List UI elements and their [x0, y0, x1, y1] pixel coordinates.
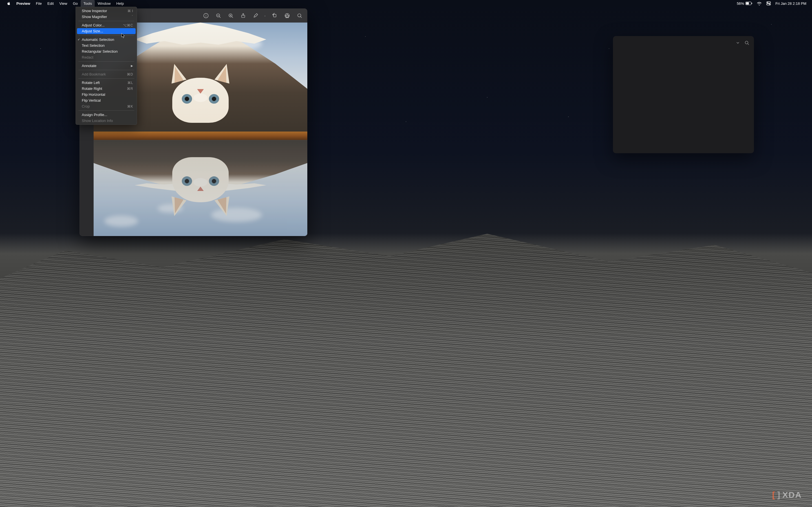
svg-point-23 — [769, 4, 770, 5]
menu-item-label: Crop — [82, 104, 90, 108]
svg-line-9 — [232, 16, 233, 17]
menu-item-show-location-info: Show Location Info — [75, 118, 137, 124]
keyboard-shortcut-label: ⌥⌘C — [123, 23, 133, 27]
bracket-icon: [ — [772, 490, 776, 500]
control-center-icon[interactable] — [764, 0, 773, 7]
svg-point-21 — [767, 2, 768, 3]
menu-tools[interactable]: Tools — [81, 0, 95, 7]
battery-icon — [746, 2, 752, 5]
menu-item-label: Show Inspector — [82, 9, 107, 13]
svg-line-16 — [300, 16, 301, 17]
keyboard-shortcut-label: ` — [132, 15, 133, 19]
menu-separator — [79, 70, 134, 70]
menu-item-flip-vertical[interactable]: Flip Vertical — [75, 98, 137, 103]
menu-item-label: Flip Vertical — [82, 98, 101, 103]
app-menu-preview[interactable]: Preview — [13, 0, 33, 7]
menu-item-show-magnifier[interactable]: Show Magnifier` — [75, 14, 137, 20]
datetime-label[interactable]: Fri Jan 28 2:18 PM — [773, 0, 809, 7]
menu-item-label: Rectangular Selection — [82, 49, 117, 54]
rotate-icon[interactable] — [270, 11, 279, 19]
menu-item-rectangular-selection[interactable]: Rectangular Selection — [75, 48, 137, 54]
menu-item-redact: Redact — [75, 54, 137, 60]
keyboard-shortcut-label: ⌘ I — [128, 9, 133, 13]
apple-menu[interactable] — [4, 0, 13, 7]
menu-separator — [79, 35, 134, 36]
chevron-down-icon[interactable] — [735, 40, 741, 45]
menu-separator — [79, 110, 134, 111]
menu-item-label: Adjust Size... — [82, 29, 103, 33]
battery-percent-label: 56% — [737, 1, 744, 6]
search-icon[interactable] — [743, 39, 751, 47]
menu-item-text-selection[interactable]: Text Selection — [75, 43, 137, 48]
menu-item-label: Add Bookmark — [82, 72, 106, 76]
menu-item-label: Automatic Selection — [82, 38, 114, 42]
menu-item-label: Text Selection — [82, 43, 105, 48]
menu-item-label: Adjust Color... — [82, 23, 105, 27]
menu-item-adjust-color[interactable]: Adjust Color...⌥⌘C — [75, 22, 137, 28]
zoom-in-icon[interactable] — [226, 11, 235, 19]
svg-line-1 — [748, 44, 749, 45]
menu-file[interactable]: File — [33, 0, 45, 7]
menu-item-rotate-left[interactable]: Rotate Left⌘L — [75, 80, 137, 86]
wallpaper-rocks — [0, 228, 812, 507]
background-window[interactable] — [613, 36, 754, 153]
mouse-cursor-icon — [121, 33, 125, 39]
menu-go[interactable]: Go — [70, 0, 80, 7]
watermark-text: XDA — [782, 490, 802, 500]
menu-item-label: Show Location Info — [82, 119, 113, 123]
menu-item-assign-profile[interactable]: Assign Profile... — [75, 112, 137, 118]
svg-point-0 — [745, 41, 748, 44]
menu-view[interactable]: View — [57, 0, 70, 7]
keyboard-shortcut-label: ⌘K — [127, 105, 133, 108]
markup-toolbar-icon[interactable] — [283, 11, 292, 19]
svg-rect-19 — [752, 3, 752, 4]
menu-item-label: Annotate — [82, 64, 96, 68]
svg-point-15 — [297, 13, 301, 17]
menu-item-label: Show Magnifier — [82, 15, 107, 19]
menu-edit[interactable]: Edit — [45, 0, 56, 7]
macos-menubar: Preview File Edit View Go Tools Window H… — [0, 0, 812, 7]
menu-item-show-inspector[interactable]: Show Inspector⌘ I — [75, 8, 137, 14]
menu-separator — [79, 61, 134, 62]
info-icon[interactable] — [201, 11, 210, 19]
menu-item-flip-horizontal[interactable]: Flip Horizontal — [75, 92, 137, 98]
menu-item-automatic-selection[interactable]: ✓Automatic Selection — [75, 37, 137, 43]
submenu-arrow-icon: ▶ — [131, 64, 133, 67]
menu-item-annotate[interactable]: Annotate▶ — [75, 63, 137, 69]
keyboard-shortcut-label: ⌘L — [128, 81, 133, 85]
menu-item-rotate-right[interactable]: Rotate Right⌘R — [75, 86, 137, 92]
menu-item-label: Flip Horizontal — [82, 93, 105, 97]
menu-item-label: Rotate Left — [82, 80, 100, 85]
markup-pen-icon[interactable] — [251, 11, 260, 19]
keyboard-shortcut-label: ⌘D — [127, 72, 133, 76]
checkmark-icon: ✓ — [78, 38, 80, 41]
svg-rect-18 — [746, 2, 749, 4]
menu-help[interactable]: Help — [113, 0, 126, 7]
chevron-down-icon[interactable]: ⌄ — [263, 14, 267, 17]
menu-item-label: Assign Profile... — [82, 113, 107, 117]
menu-window[interactable]: Window — [95, 0, 113, 7]
tools-dropdown-menu: Show Inspector⌘ IShow Magnifier`Adjust C… — [75, 7, 137, 125]
menu-item-crop: Crop⌘K — [75, 103, 137, 109]
bracket-icon: ] — [777, 490, 781, 500]
svg-line-6 — [219, 16, 220, 17]
keyboard-shortcut-label: ⌘R — [127, 87, 133, 91]
menu-item-label: Rotate Right — [82, 87, 102, 91]
battery-status[interactable]: 56% — [734, 0, 755, 7]
share-icon[interactable] — [239, 11, 248, 19]
menu-item-adjust-size[interactable]: Adjust Size... — [77, 28, 136, 34]
menu-item-add-bookmark: Add Bookmark⌘D — [75, 71, 137, 77]
svg-point-4 — [206, 14, 206, 15]
xda-watermark: [] XDA — [772, 490, 802, 500]
search-icon[interactable] — [295, 11, 304, 19]
menu-item-label: Redact — [82, 55, 93, 59]
wifi-icon[interactable] — [755, 0, 764, 7]
menu-separator — [79, 21, 134, 21]
zoom-out-icon[interactable] — [214, 11, 223, 19]
